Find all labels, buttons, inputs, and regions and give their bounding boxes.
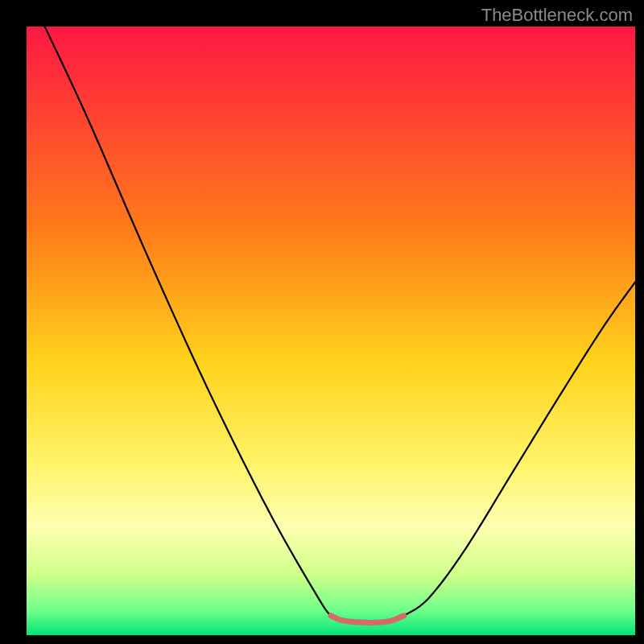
chart-background xyxy=(27,27,635,635)
chart-svg xyxy=(0,0,644,644)
watermark-text: TheBottleneck.com xyxy=(481,5,633,26)
chart-container xyxy=(0,0,644,644)
